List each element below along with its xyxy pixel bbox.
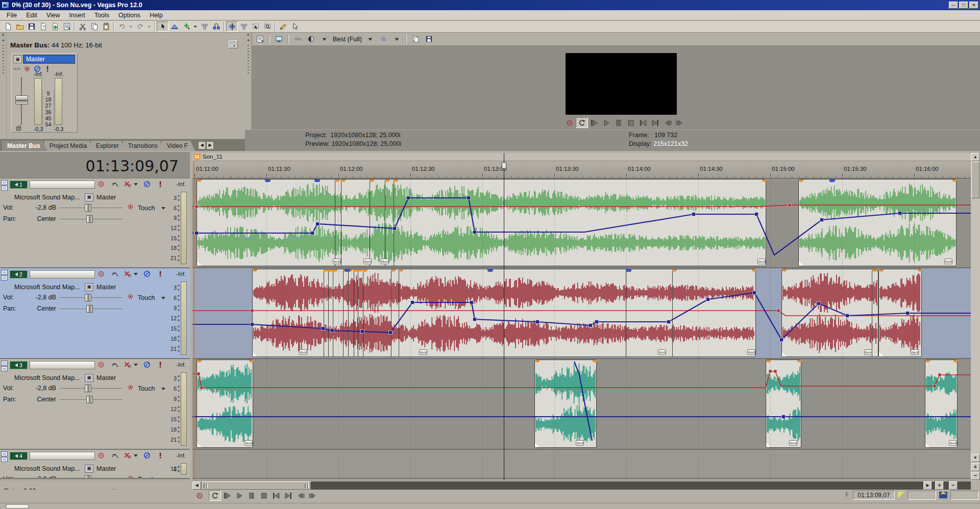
dock-close-icon[interactable]: ✕ (245, 33, 251, 38)
track-automation-button[interactable] (111, 270, 120, 279)
pause-button[interactable] (246, 490, 258, 501)
automation-mode-caret-icon[interactable] (161, 478, 165, 479)
close-button[interactable]: ✕ (969, 2, 978, 9)
track-fx-button[interactable] (124, 451, 133, 461)
event-fx-button[interactable]: o▭ o (381, 259, 389, 264)
master-name-field[interactable]: Master (23, 55, 75, 63)
dock-close-icon[interactable]: ✕ (0, 33, 6, 38)
scroll-up-button[interactable]: ▲ (971, 153, 980, 161)
automation-mode-caret-icon[interactable] (161, 297, 165, 301)
scroll-left-button[interactable]: ◀ (192, 481, 201, 490)
track-automation-button[interactable] (111, 180, 120, 189)
solo-button[interactable] (156, 270, 165, 279)
track-minimize-button[interactable]: ▭ (1, 361, 8, 366)
loop-button[interactable] (209, 490, 221, 501)
vertical-scroll-thumb[interactable] (971, 162, 979, 198)
envelope-edit-tool-button[interactable] (168, 21, 180, 32)
auto-ripple-button[interactable] (226, 21, 238, 32)
time-ruler[interactable]: 01:11:0001:11:3001:12:0001:12:3001:13:00… (192, 161, 971, 179)
go-to-end-button[interactable] (649, 117, 662, 128)
audio-event[interactable]: o▭ o (197, 360, 253, 448)
automation-mode-value[interactable]: Touch (138, 385, 155, 392)
arm-record-button[interactable] (97, 451, 106, 461)
play-from-start-button[interactable] (221, 490, 233, 501)
audio-event[interactable]: o▭ o (925, 360, 958, 448)
track-name-field[interactable] (30, 181, 95, 189)
automation-mode-caret-icon[interactable] (161, 207, 165, 212)
fx-menu-caret-icon[interactable] (134, 273, 138, 277)
selection-start-box[interactable] (908, 491, 936, 500)
video-fx-button[interactable] (292, 34, 304, 44)
bus-fx-button[interactable] (23, 65, 31, 73)
volume-slider-thumb[interactable] (85, 475, 91, 479)
scroll-right-button[interactable]: ▶ (923, 481, 932, 490)
event-fx-button[interactable]: o▭ o (757, 259, 766, 264)
automation-mode-value[interactable]: Touch (138, 476, 155, 479)
insert-fx-button[interactable] (13, 65, 21, 73)
volume-slider[interactable] (59, 208, 122, 208)
audio-event[interactable]: o▭ oo▭ oo▭ oo▭ o (197, 179, 766, 266)
selection-length-box[interactable] (950, 491, 979, 500)
audio-event[interactable]: o▭ o (781, 269, 878, 357)
timeline-track-lane-3[interactable]: o▭ oo▭ oo▭ oo▭ o (192, 359, 971, 450)
scroll-thumb-grip-left[interactable] (204, 483, 208, 488)
event-fade-corner-icon[interactable] (535, 443, 540, 447)
track-header-1[interactable]: ▭▭1-Inf.Microsoft Sound Map...▣MasterVol… (0, 179, 190, 268)
pan-slider[interactable] (59, 309, 122, 309)
event-fade-corner-icon[interactable] (799, 261, 803, 266)
redo-list-button[interactable] (146, 21, 153, 32)
dock-pin-icon[interactable]: ◂ (0, 38, 6, 43)
redo-button[interactable] (134, 21, 146, 32)
event-fade-corner-icon[interactable] (925, 443, 930, 447)
pan-slider[interactable] (59, 399, 122, 400)
copy-frame-button[interactable] (410, 34, 422, 44)
track-restore-button[interactable]: ▭ (1, 186, 8, 191)
fx-menu-caret-icon[interactable] (134, 454, 138, 459)
pan-slider-thumb[interactable] (86, 305, 93, 313)
lock-envelopes-to-events-button[interactable] (210, 21, 222, 32)
new-project-button[interactable] (2, 21, 14, 32)
automation-mode-value[interactable]: Touch (138, 205, 155, 212)
audio-event[interactable]: o▭ o (534, 360, 597, 448)
track-name-field[interactable] (30, 270, 95, 278)
timeline-track-lane-1[interactable]: o▭ oo▭ oo▭ oo▭ oo▭ o (192, 179, 971, 268)
mute-button[interactable] (143, 361, 152, 370)
event-fade-corner-icon[interactable] (879, 352, 884, 357)
open-project-button[interactable] (14, 21, 26, 32)
undo-list-button[interactable] (128, 21, 134, 32)
bus-assign-button[interactable]: ▣ (85, 374, 93, 382)
timeline-track-lane-4[interactable] (192, 450, 971, 479)
tab-scroll-left-button[interactable]: ◀ (198, 141, 206, 149)
project-properties-button[interactable]: ? (37, 21, 49, 32)
pointer-tool-button[interactable] (289, 21, 301, 32)
track-restore-button[interactable]: ▭ (1, 275, 8, 281)
audio-event[interactable]: o▭ o (766, 360, 801, 448)
pan-slider-thumb[interactable] (86, 215, 93, 223)
event-fx-button[interactable]: o▭ o (576, 440, 584, 446)
pan-slider-thumb[interactable] (86, 396, 93, 403)
play-from-start-button[interactable] (588, 117, 600, 128)
track-automation-button[interactable] (111, 361, 120, 370)
menu-insert[interactable]: Insert (65, 11, 90, 20)
dock-grip[interactable] (3, 45, 4, 75)
quality-menu-button[interactable] (364, 34, 376, 44)
minimize-button[interactable]: ─ (949, 2, 958, 9)
tab-video-f[interactable]: Video F (162, 141, 195, 151)
solo-button[interactable] (156, 451, 165, 461)
paste-button[interactable] (100, 21, 112, 32)
track-zoom-out-button[interactable]: − (971, 472, 980, 480)
event-fx-button[interactable]: o▭ o (864, 349, 872, 355)
go-to-start-button[interactable] (637, 117, 649, 128)
bus-view-button[interactable]: ▣ (13, 55, 22, 63)
selection-box-tool-button[interactable] (250, 21, 261, 32)
event-fade-corner-icon[interactable] (766, 443, 771, 447)
volume-slider[interactable] (59, 388, 122, 389)
bus-assign-button[interactable]: ▣ (85, 283, 93, 291)
overlay-menu-button[interactable] (391, 34, 403, 44)
tab-scroll-right-button[interactable]: ▶ (206, 141, 214, 149)
automation-settings-button[interactable] (127, 384, 136, 393)
pen-tool-button[interactable] (277, 21, 289, 32)
scroll-thumb-grip-right[interactable] (305, 483, 309, 488)
tab-explorer[interactable]: Explorer (91, 141, 126, 151)
copy-button[interactable] (88, 21, 100, 32)
